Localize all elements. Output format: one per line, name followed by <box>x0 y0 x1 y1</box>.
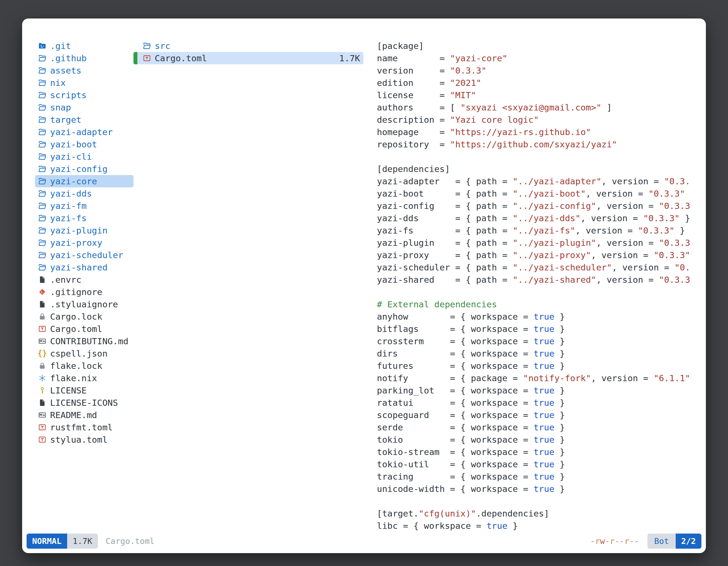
folder-icon <box>37 238 47 248</box>
file-permissions: -rw-r--r-- <box>590 534 639 549</box>
folder-icon <box>142 41 152 51</box>
item-label: yazi-cli <box>50 151 92 163</box>
file-item[interactable]: README.md <box>35 409 133 421</box>
code-line: [target."cfg(unix)".dependencies] <box>377 507 690 520</box>
file-item[interactable]: .gitignore <box>35 286 133 298</box>
code-line: bitflags = { workspace = true } <box>377 323 690 335</box>
nix-icon <box>37 373 47 383</box>
code-line <box>377 286 690 298</box>
file-icon <box>37 299 47 309</box>
dir-item[interactable]: yazi-fs <box>35 212 133 224</box>
mode-badge: NORMAL <box>27 534 67 549</box>
folder-icon <box>37 262 47 273</box>
status-bar: NORMAL 1.7K Cargo.toml -rw-r--r-- Bot 2/… <box>27 534 701 549</box>
item-label: Cargo.toml <box>155 52 207 64</box>
code-line: yazi-config = { path = "../yazi-config",… <box>377 200 690 212</box>
code-line: unicode-width = { workspace = true } <box>377 483 690 495</box>
code-line: [package] <box>377 40 690 52</box>
folder-icon <box>37 176 47 186</box>
folder-icon <box>37 78 47 88</box>
item-label: src <box>155 40 170 52</box>
code-line: authors = [ "sxyazi <sxyazi@gmail.com>" … <box>377 101 690 114</box>
code-line: yazi-plugin = { path = "../yazi-plugin",… <box>377 237 690 249</box>
file-item[interactable]: Cargo.toml <box>35 323 133 335</box>
dir-item[interactable]: target <box>35 114 133 126</box>
file-item[interactable]: stylua.toml <box>35 433 133 446</box>
toml-icon <box>37 434 47 445</box>
item-label: flake.lock <box>50 360 102 372</box>
code-line: yazi-adapter = { path = "../yazi-adapter… <box>377 175 690 187</box>
dir-item[interactable]: yazi-boot <box>35 138 133 151</box>
item-label: yazi-proxy <box>50 237 102 249</box>
code-line: tokio-util = { workspace = true } <box>377 458 690 470</box>
code-line: tokio = { workspace = true } <box>377 433 690 446</box>
dir-item[interactable]: yazi-cli <box>35 151 133 163</box>
file-item[interactable]: flake.nix <box>35 372 133 384</box>
code-line: serde = { workspace = true } <box>377 421 690 433</box>
dir-item[interactable]: scripts <box>35 89 133 101</box>
dir-item[interactable]: yazi-fm <box>35 200 133 212</box>
item-label: flake.nix <box>50 372 97 384</box>
file-item[interactable]: flake.lock <box>35 360 133 372</box>
dir-item[interactable]: snap <box>35 101 133 114</box>
item-label: yazi-dds <box>50 187 92 200</box>
code-line: dirs = { workspace = true } <box>377 347 690 360</box>
markdown-icon <box>37 336 47 346</box>
lock-icon <box>37 361 47 371</box>
folder-icon <box>37 53 47 63</box>
code-line: yazi-scheduler = { path = "../yazi-sched… <box>377 261 690 274</box>
dir-item[interactable]: .git <box>35 40 133 52</box>
code-line: license = "MIT" <box>377 89 690 101</box>
file-item[interactable]: Cargo.lock <box>35 310 133 323</box>
file-item[interactable]: .styluaignore <box>35 298 133 310</box>
file-size-badge: 1.7K <box>67 534 98 549</box>
code-line: tokio-stream = { workspace = true } <box>377 446 690 458</box>
dir-item[interactable]: yazi-dds <box>35 187 133 200</box>
dir-item[interactable]: yazi-shared <box>35 261 133 274</box>
file-item[interactable]: LICENSE-ICONS <box>35 396 133 409</box>
dir-item[interactable]: src <box>133 40 363 52</box>
file-item[interactable]: Cargo.toml1.7K <box>133 52 363 64</box>
folder-icon <box>37 250 47 260</box>
folder-icon <box>37 213 47 223</box>
item-label: yazi-plugin <box>50 224 107 237</box>
file-item[interactable]: .envrc <box>35 274 133 286</box>
folder-icon <box>37 115 47 125</box>
item-label: rustfmt.toml <box>50 421 113 433</box>
code-line: yazi-proxy = { path = "../yazi-proxy", v… <box>377 249 690 261</box>
dir-item[interactable]: yazi-proxy <box>35 237 133 249</box>
code-line: notify = { package = "notify-fork", vers… <box>377 372 690 384</box>
code-line: homepage = "https://yazi-rs.github.io" <box>377 126 690 138</box>
dir-item[interactable]: yazi-plugin <box>35 224 133 237</box>
file-item[interactable]: CONTRIBUTING.md <box>35 335 133 347</box>
folder-icon <box>37 189 47 199</box>
status-bar-left: NORMAL 1.7K Cargo.toml <box>27 534 154 549</box>
folder-icon <box>37 127 47 137</box>
item-label: yazi-boot <box>50 138 97 151</box>
file-icon <box>37 275 47 285</box>
status-bar-right: -rw-r--r-- Bot 2/2 <box>590 534 701 549</box>
folder-icon <box>37 164 47 174</box>
license-icon <box>37 385 47 395</box>
item-label: yazi-config <box>50 163 107 175</box>
item-size: 1.7K <box>339 52 360 64</box>
dir-item[interactable]: assets <box>35 64 133 77</box>
code-line: futures = { workspace = true } <box>377 360 690 372</box>
scroll-position-badge: Bot <box>647 534 675 549</box>
dir-item[interactable]: yazi-adapter <box>35 126 133 138</box>
git-icon <box>37 287 47 297</box>
item-label: yazi-adapter <box>50 126 113 138</box>
code-line: edition = "2021" <box>377 77 690 89</box>
item-label: LICENSE-ICONS <box>50 396 118 409</box>
item-label: yazi-scheduler <box>50 249 123 261</box>
dir-item[interactable]: yazi-config <box>35 163 133 175</box>
dir-item[interactable]: yazi-scheduler <box>35 249 133 261</box>
file-item[interactable]: {}cspell.json <box>35 347 133 360</box>
file-item[interactable]: LICENSE <box>35 384 133 396</box>
dir-item[interactable]: .github <box>35 52 133 64</box>
file-item[interactable]: rustfmt.toml <box>35 421 133 433</box>
dir-item[interactable]: nix <box>35 77 133 89</box>
code-line: # External dependencies <box>377 298 690 310</box>
dir-item[interactable]: yazi-core <box>35 175 133 187</box>
code-line: description = "Yazi core logic" <box>377 114 690 126</box>
